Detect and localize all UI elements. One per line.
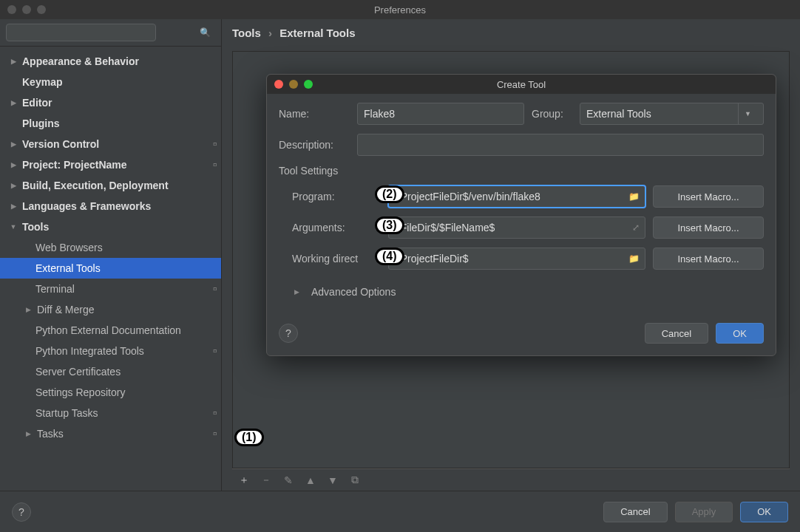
preferences-sidebar: 🔍 ▶Appearance & Behavior Keymap ▶Editor … xyxy=(0,19,222,491)
dialog-help-button[interactable]: ? xyxy=(279,324,298,343)
group-select[interactable]: External Tools ▼ xyxy=(580,103,764,125)
tree-build[interactable]: ▶Build, Execution, Deployment xyxy=(0,175,221,196)
zoom-window-icon[interactable] xyxy=(37,5,46,14)
tree-version-control[interactable]: ▶Version Control▫ xyxy=(0,134,221,154)
tree-diff-merge[interactable]: ▶Diff & Merge xyxy=(0,299,221,320)
titlebar: Preferences xyxy=(0,0,800,19)
tree-settings-repo[interactable]: Settings Repository xyxy=(0,382,221,403)
zoom-icon[interactable] xyxy=(304,80,313,89)
copy-icon[interactable]: ⧉ xyxy=(349,474,361,486)
tree-external-tools[interactable]: External Tools xyxy=(0,258,221,279)
tree-terminal[interactable]: Terminal▫ xyxy=(0,279,221,299)
tree-keymap[interactable]: Keymap xyxy=(0,72,221,92)
project-scope-icon: ▫ xyxy=(206,406,221,420)
project-scope-icon: ▫ xyxy=(206,158,221,171)
folder-icon[interactable]: 📁 xyxy=(628,253,640,264)
tree-tasks[interactable]: ▶Tasks▫ xyxy=(0,423,221,444)
settings-tree: ▶Appearance & Behavior Keymap ▶Editor Pl… xyxy=(0,47,221,491)
remove-icon[interactable]: － xyxy=(260,474,272,487)
tree-startup-tasks[interactable]: Startup Tasks▫ xyxy=(0,403,221,423)
dialog-title: Create Tool xyxy=(497,79,546,90)
group-value: External Tools xyxy=(586,108,651,120)
move-up-icon[interactable]: ▲ xyxy=(305,474,316,486)
dialog-footer: ? Cancel Apply OK xyxy=(0,491,800,532)
add-icon[interactable]: ＋ xyxy=(238,474,250,487)
callout-1: (1) xyxy=(234,429,264,446)
breadcrumb-leaf: External Tools xyxy=(279,27,355,39)
move-down-icon[interactable]: ▼ xyxy=(327,474,339,486)
dialog-ok-button[interactable]: OK xyxy=(716,323,764,344)
callout-4: (4) xyxy=(375,248,404,265)
workdir-field[interactable] xyxy=(388,248,645,270)
close-icon[interactable] xyxy=(274,80,283,89)
list-toolbar: ＋ － ✎ ▲ ▼ ⧉ xyxy=(232,468,790,491)
folder-icon[interactable]: 📁 xyxy=(628,191,640,202)
chevron-right-icon: ▶ xyxy=(292,288,301,296)
help-button[interactable]: ? xyxy=(12,502,31,522)
callout-3: (3) xyxy=(375,216,404,234)
tree-plugins[interactable]: Plugins xyxy=(0,113,221,134)
create-tool-dialog: Create Tool Name: Group: External Tools … xyxy=(266,74,776,356)
arguments-field[interactable] xyxy=(388,216,645,239)
tree-languages[interactable]: ▶Languages & Frameworks xyxy=(0,196,221,216)
close-window-icon[interactable] xyxy=(7,5,16,14)
name-label: Name: xyxy=(279,108,350,120)
arguments-label: Arguments: xyxy=(292,222,381,233)
advanced-options-label: Advanced Options xyxy=(311,286,396,298)
project-scope-icon: ▫ xyxy=(206,282,221,296)
project-scope-icon: ▫ xyxy=(206,137,221,151)
program-field[interactable] xyxy=(388,185,645,208)
tree-project[interactable]: ▶Project: ProjectName▫ xyxy=(0,154,221,175)
minimize-window-icon[interactable] xyxy=(22,5,31,14)
breadcrumb-root[interactable]: Tools xyxy=(232,27,261,39)
minimize-icon[interactable] xyxy=(289,80,298,89)
apply-button[interactable]: Apply xyxy=(675,502,733,522)
advanced-options-toggle[interactable]: ▶ Advanced Options xyxy=(292,286,764,298)
program-label: Program: xyxy=(292,191,381,202)
group-label: Group: xyxy=(532,108,572,120)
tree-server-cert[interactable]: Server Certificates xyxy=(0,361,221,382)
chevron-down-icon: ▼ xyxy=(738,103,757,124)
expand-icon[interactable]: ⤢ xyxy=(632,222,640,233)
cancel-button[interactable]: Cancel xyxy=(603,502,667,522)
tree-editor[interactable]: ▶Editor xyxy=(0,92,221,113)
tree-web-browsers[interactable]: Web Browsers xyxy=(0,237,221,258)
tree-python-int-tools[interactable]: Python Integrated Tools▫ xyxy=(0,341,221,361)
search-icon: 🔍 xyxy=(200,27,211,38)
insert-macro-program-button[interactable]: Insert Macro... xyxy=(653,185,764,208)
dialog-titlebar: Create Tool xyxy=(267,75,776,94)
description-field[interactable] xyxy=(357,134,764,156)
callout-2: (2) xyxy=(375,185,404,203)
tree-python-ext-doc[interactable]: Python External Documentation xyxy=(0,320,221,341)
edit-icon[interactable]: ✎ xyxy=(282,474,294,486)
tree-tools[interactable]: ▼Tools xyxy=(0,216,221,237)
workdir-label: Working direct xyxy=(292,253,381,265)
window-title: Preferences xyxy=(374,4,426,16)
search-input[interactable] xyxy=(6,24,156,41)
window-controls[interactable] xyxy=(0,5,46,14)
name-field[interactable] xyxy=(357,103,524,125)
description-label: Description: xyxy=(279,139,350,151)
project-scope-icon: ▫ xyxy=(206,427,221,440)
tool-settings-header: Tool Settings xyxy=(279,165,764,177)
dialog-cancel-button[interactable]: Cancel xyxy=(645,323,708,344)
tree-appearance[interactable]: ▶Appearance & Behavior xyxy=(0,51,221,72)
project-scope-icon: ▫ xyxy=(206,344,221,358)
dialog-window-controls[interactable] xyxy=(267,80,313,89)
insert-macro-arguments-button[interactable]: Insert Macro... xyxy=(653,216,764,239)
breadcrumb: Tools › External Tools xyxy=(222,19,800,47)
breadcrumb-separator: › xyxy=(264,27,277,39)
insert-macro-workdir-button[interactable]: Insert Macro... xyxy=(653,248,764,270)
ok-button[interactable]: OK xyxy=(740,502,788,522)
